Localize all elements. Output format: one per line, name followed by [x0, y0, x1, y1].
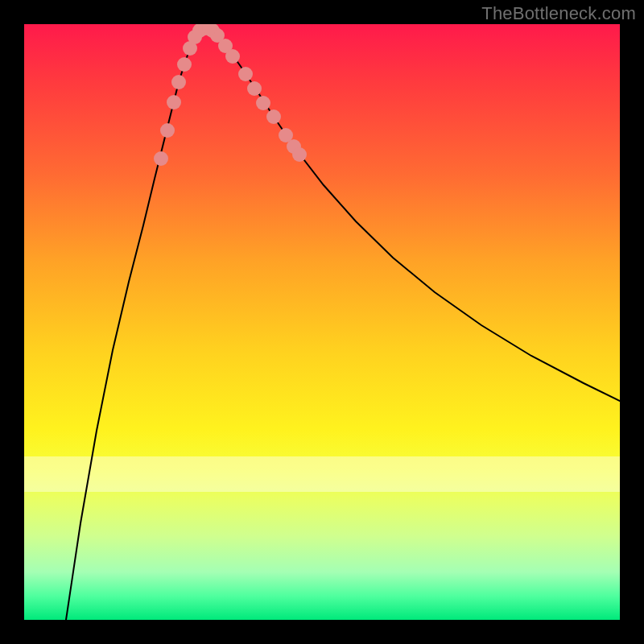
plot-area [24, 24, 620, 620]
chart-frame: TheBottleneck.com [0, 0, 644, 644]
marker-left [160, 123, 175, 138]
marker-left [171, 75, 186, 89]
curve-right-branch [214, 32, 620, 401]
watermark-label: TheBottleneck.com [481, 3, 636, 24]
marker-right [256, 96, 270, 110]
marker-left [154, 151, 168, 166]
marker-right [266, 109, 281, 124]
marker-right [225, 49, 240, 64]
marker-left [167, 95, 181, 109]
curve-left-branch [66, 32, 198, 620]
marker-left [177, 57, 192, 72]
marker-right [238, 67, 253, 81]
marker-right [292, 147, 307, 162]
curve-layer [24, 24, 620, 620]
marker-right [247, 81, 262, 96]
